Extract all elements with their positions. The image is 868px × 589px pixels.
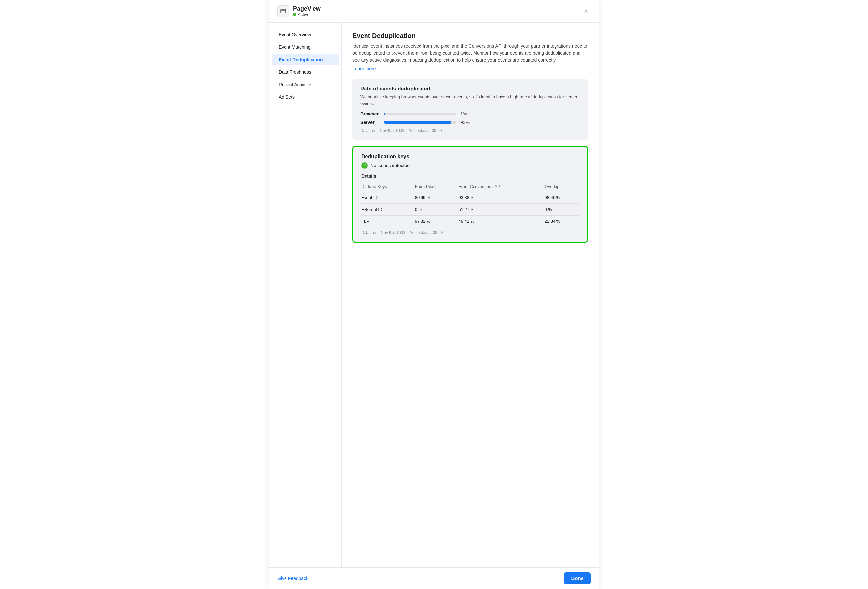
body-wrapper: Event Overview Event Matching Event Dedu…: [269, 23, 599, 567]
server-value: 93%: [461, 120, 474, 125]
sidebar-item-event-overview[interactable]: Event Overview: [272, 29, 339, 40]
rate-card-desc: We prioritize keeping browser events ove…: [360, 94, 580, 107]
col-header-overlap: Overlap: [545, 182, 579, 192]
row-api-2: 49.41 %: [458, 215, 544, 227]
learn-more-link[interactable]: Learn more: [352, 66, 376, 71]
row-key-0: Event ID: [361, 192, 415, 204]
row-pixel-2: 97.82 %: [415, 215, 459, 227]
main-content: Event Deduplication Identical event inst…: [342, 23, 599, 567]
row-api-1: 51.27 %: [458, 204, 544, 215]
col-header-api: From Conversions API: [458, 182, 544, 192]
no-issues-label: No issues detected: [371, 163, 410, 168]
browser-label: Browser: [360, 111, 380, 116]
row-overlap-2: 22.34 %: [545, 215, 579, 227]
dedup-timestamp: Data from: Nov 9 at 10:00 - Yesterday at…: [361, 230, 579, 235]
dedup-card-title: Deduplication keys: [361, 154, 579, 160]
modal-header: PageView Active ×: [269, 0, 599, 23]
close-button[interactable]: ×: [582, 7, 591, 16]
row-overlap-0: 98.46 %: [545, 192, 579, 204]
check-icon: ✓: [361, 162, 368, 169]
feedback-link[interactable]: Give Feedback: [277, 576, 308, 581]
table-row: FBP 97.82 % 49.41 % 22.34 %: [361, 215, 579, 227]
col-header-keys: Dedupe Keys: [361, 182, 415, 192]
sidebar-item-recent-activities[interactable]: Recent Activities: [272, 79, 339, 90]
title-group: PageView Active: [293, 5, 321, 17]
done-button[interactable]: Done: [564, 572, 591, 585]
server-label: Server: [360, 120, 380, 125]
browser-bar-container: [384, 112, 456, 115]
header-left: PageView Active: [277, 5, 321, 17]
row-overlap-1: 0 %: [545, 204, 579, 215]
section-description: Identical event instances received from …: [352, 43, 588, 63]
dedup-keys-card: Deduplication keys ✓ No issues detected …: [352, 146, 588, 243]
no-issues-row: ✓ No issues detected: [361, 162, 579, 169]
app-status: Active: [293, 12, 321, 17]
col-header-pixel: From Pixel: [415, 182, 459, 192]
rate-card: Rate of events deduplicated We prioritiz…: [352, 79, 588, 140]
row-pixel-0: 80.69 %: [415, 192, 459, 204]
details-title: Details: [361, 174, 579, 179]
dedup-table: Dedupe Keys From Pixel From Conversions …: [361, 182, 579, 227]
row-key-2: FBP: [361, 215, 415, 227]
server-rate-row: Server 93%: [360, 120, 580, 125]
sidebar-item-ad-sets[interactable]: Ad Sets: [272, 91, 339, 103]
browser-value: 1%: [461, 111, 474, 116]
row-api-0: 93.38 %: [458, 192, 544, 204]
server-bar-fill: [384, 121, 452, 124]
app-icon: [277, 5, 289, 17]
sidebar: Event Overview Event Matching Event Dedu…: [269, 23, 342, 567]
sidebar-item-data-freshness[interactable]: Data Freshness: [272, 66, 339, 78]
sidebar-item-event-matching[interactable]: Event Matching: [272, 41, 339, 53]
table-row: Event ID 80.69 % 93.38 % 98.46 %: [361, 192, 579, 204]
page-title: Event Deduplication: [352, 32, 588, 40]
browser-bar-fill: [384, 112, 385, 115]
modal-footer: Give Feedback Done: [269, 567, 599, 589]
app-title: PageView: [293, 5, 321, 12]
status-dot-icon: [293, 13, 296, 16]
rate-card-title: Rate of events deduplicated: [360, 86, 580, 92]
sidebar-item-event-deduplication[interactable]: Event Deduplication: [272, 54, 339, 65]
row-pixel-1: 0 %: [415, 204, 459, 215]
status-label: Active: [298, 12, 309, 17]
rate-timestamp: Data from: Nov 9 at 10:00 - Yesterday at…: [360, 128, 580, 133]
browser-rate-row: Browser 1%: [360, 111, 580, 116]
server-bar-container: [384, 121, 456, 124]
table-row: External ID 0 % 51.27 % 0 %: [361, 204, 579, 215]
svg-rect-0: [280, 9, 286, 13]
row-key-1: External ID: [361, 204, 415, 215]
